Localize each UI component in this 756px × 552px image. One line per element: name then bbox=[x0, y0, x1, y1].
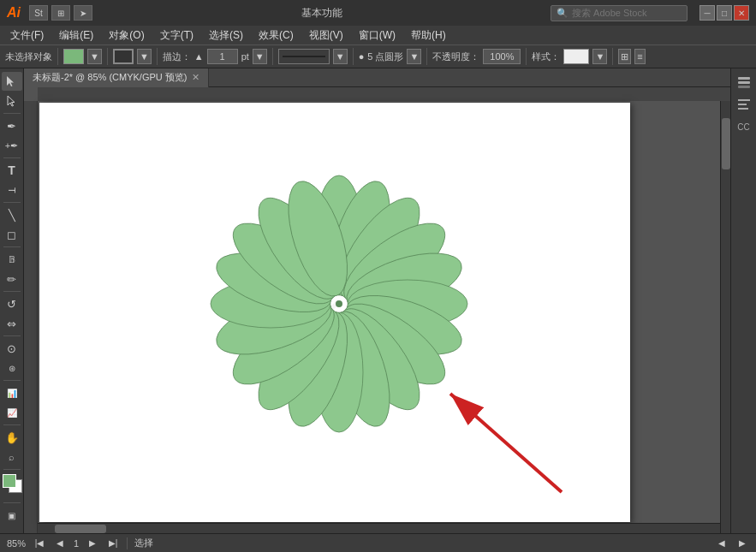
prev-page-btn[interactable]: ◀ bbox=[53, 537, 67, 550]
symbol-tool-btn[interactable]: ⊛ bbox=[2, 359, 22, 377]
main-area: ✒ +✒ T T ╲ ◻ 𝔹 ✏ ↺ ⇔ ⊙ ⊛ 📊 📈 ✋ ⌕ ▣ bbox=[0, 68, 756, 533]
fg-color-swatch[interactable] bbox=[3, 474, 16, 488]
next-page-btn[interactable]: ▶ bbox=[86, 537, 99, 550]
stroke-unit: pt bbox=[241, 51, 249, 62]
brush-size-label: ● bbox=[359, 51, 365, 62]
canvas-tab[interactable]: 未标题-2* @ 85% (CMYK/GPU 预览) ✕ bbox=[24, 68, 209, 87]
status-arrow-left[interactable]: ◀ bbox=[715, 537, 729, 550]
arrange-icon[interactable]: ⊞ bbox=[618, 49, 631, 64]
stroke-dropdown[interactable]: ▼ bbox=[137, 49, 152, 64]
stroke-label: 描边： bbox=[163, 50, 191, 63]
stroke-color-swatch[interactable] bbox=[113, 49, 134, 64]
svg-rect-24 bbox=[738, 77, 750, 80]
artboard: G×网 bbox=[39, 103, 630, 522]
svg-rect-28 bbox=[738, 104, 747, 105]
pen-tool-btn[interactable]: ✒ bbox=[2, 116, 22, 135]
vertical-type-tool-btn[interactable]: T bbox=[2, 181, 22, 199]
search-icon: 🔍 bbox=[557, 8, 568, 19]
no-selection-label: 未选择对象 bbox=[5, 50, 52, 63]
style-label: 样式： bbox=[532, 50, 560, 63]
fill-dropdown[interactable]: ▼ bbox=[87, 49, 102, 64]
change-screen-mode-btn[interactable]: ▣ bbox=[2, 506, 22, 525]
style-dropdown[interactable]: ▼ bbox=[592, 49, 607, 64]
title-bar: Ai St ⊞ ➤ 基本功能 🔍 ─ □ ✕ bbox=[0, 0, 756, 26]
menu-file[interactable]: 文件(F) bbox=[3, 27, 51, 45]
graph-tool-btn[interactable]: 📊 bbox=[2, 383, 22, 402]
tab-title: 未标题-2* @ 85% (CMYK/GPU 预览) bbox=[33, 71, 187, 84]
next-page-end-btn[interactable]: ▶| bbox=[106, 537, 120, 550]
properties-panel-btn[interactable] bbox=[734, 94, 754, 115]
add-anchor-tool-btn[interactable]: +✒ bbox=[2, 136, 22, 155]
menu-window[interactable]: 窗口(W) bbox=[352, 27, 402, 45]
canvas-viewport[interactable]: /* ruler ticks rendered via SVG */ G×网 bbox=[24, 87, 730, 533]
pencil-tool-btn[interactable]: ✏ bbox=[2, 270, 22, 288]
bar-graph-tool-btn[interactable]: 📈 bbox=[2, 403, 22, 422]
svg-rect-27 bbox=[738, 99, 750, 101]
stroke-style-dropdown[interactable]: ▼ bbox=[333, 49, 348, 64]
reflect-tool-btn[interactable]: ⇔ bbox=[2, 314, 22, 333]
fill-color-swatch[interactable] bbox=[63, 49, 84, 64]
share-icon[interactable]: ➤ bbox=[74, 5, 92, 21]
stroke-style-preview bbox=[278, 49, 330, 64]
direct-selection-tool-btn[interactable] bbox=[2, 92, 22, 110]
options-bar: 未选择对象 ▼ ▼ 描边： ▲ pt ▼ ▼ ● 5 点圆形 ▼ 不透明度： 样… bbox=[0, 45, 756, 68]
maximize-button[interactable]: □ bbox=[717, 5, 732, 21]
v-scroll-thumb[interactable] bbox=[722, 118, 730, 169]
tab-bar: 未标题-2* @ 85% (CMYK/GPU 预览) ✕ bbox=[24, 68, 730, 87]
menu-type[interactable]: 文字(T) bbox=[153, 27, 200, 45]
menu-effect[interactable]: 效果(C) bbox=[252, 27, 301, 45]
search-box[interactable]: 🔍 bbox=[551, 5, 688, 21]
style-swatch[interactable] bbox=[563, 49, 589, 64]
stroke-unit-dropdown[interactable]: ▼ bbox=[253, 49, 267, 64]
zoom-level: 85% bbox=[7, 538, 26, 549]
menu-edit[interactable]: 编辑(E) bbox=[52, 27, 100, 45]
search-input[interactable] bbox=[572, 8, 675, 18]
menu-select[interactable]: 选择(S) bbox=[202, 27, 250, 45]
workspace-label: 基本功能 bbox=[98, 6, 545, 21]
hand-tool-btn[interactable]: ✋ bbox=[2, 428, 22, 447]
more-options-icon[interactable]: ≡ bbox=[634, 49, 645, 64]
opacity-label: 不透明度： bbox=[432, 50, 479, 63]
ai-logo: Ai bbox=[7, 5, 21, 21]
blend-tool-btn[interactable]: ⊙ bbox=[2, 339, 22, 358]
color-swatch-group bbox=[2, 474, 22, 500]
prev-page-start-btn[interactable]: |◀ bbox=[33, 537, 46, 550]
ruler-horizontal: /* ruler ticks rendered via SVG */ bbox=[38, 87, 730, 101]
shape-tool-btn[interactable]: ◻ bbox=[2, 225, 22, 244]
ruler-vertical bbox=[24, 101, 38, 533]
svg-rect-26 bbox=[738, 86, 750, 88]
close-button[interactable]: ✕ bbox=[734, 5, 749, 21]
status-arrow-right[interactable]: ▶ bbox=[735, 537, 749, 550]
libraries-icon[interactable]: St bbox=[29, 5, 48, 21]
svg-rect-25 bbox=[738, 81, 750, 84]
menu-help[interactable]: 帮助(H) bbox=[404, 27, 453, 45]
type-tool-btn[interactable]: T bbox=[2, 161, 22, 180]
page-number: 1 bbox=[74, 538, 79, 549]
status-bar: 85% |◀ ◀ 1 ▶ ▶| 选择 ◀ ▶ bbox=[0, 533, 756, 552]
layers-panel-btn[interactable] bbox=[734, 72, 754, 92]
tab-close-button[interactable]: ✕ bbox=[192, 72, 199, 83]
vertical-scrollbar[interactable] bbox=[720, 101, 730, 533]
paintbrush-tool-btn[interactable]: 𝔹 bbox=[2, 250, 22, 269]
menu-object[interactable]: 对象(O) bbox=[102, 27, 151, 45]
selection-tool-btn[interactable] bbox=[2, 72, 22, 91]
cc-libraries-btn[interactable]: CC bbox=[734, 116, 754, 137]
horizontal-scrollbar[interactable] bbox=[38, 523, 720, 533]
svg-point-21 bbox=[336, 300, 342, 307]
stroke-width-input[interactable] bbox=[207, 49, 238, 64]
brush-dropdown[interactable]: ▼ bbox=[407, 49, 421, 64]
menu-bar: 文件(F) 编辑(E) 对象(O) 文字(T) 选择(S) 效果(C) 视图(V… bbox=[0, 26, 756, 45]
line-tool-btn[interactable]: ╲ bbox=[2, 205, 22, 224]
opacity-input[interactable] bbox=[483, 49, 521, 64]
h-scroll-thumb[interactable] bbox=[55, 525, 106, 533]
workspace-layout-icon[interactable]: ⊞ bbox=[51, 5, 70, 21]
zoom-tool-btn[interactable]: ⌕ bbox=[2, 448, 22, 466]
right-panel: CC bbox=[730, 68, 756, 533]
title-icon-group: St ⊞ ➤ bbox=[29, 5, 92, 21]
minimize-button[interactable]: ─ bbox=[699, 5, 715, 21]
stroke-arrow-up[interactable]: ▲ bbox=[194, 51, 204, 62]
menu-view[interactable]: 视图(V) bbox=[302, 27, 350, 45]
svg-rect-29 bbox=[738, 108, 748, 110]
rotate-tool-btn[interactable]: ↺ bbox=[2, 294, 22, 313]
current-tool-label: 选择 bbox=[134, 537, 153, 549]
